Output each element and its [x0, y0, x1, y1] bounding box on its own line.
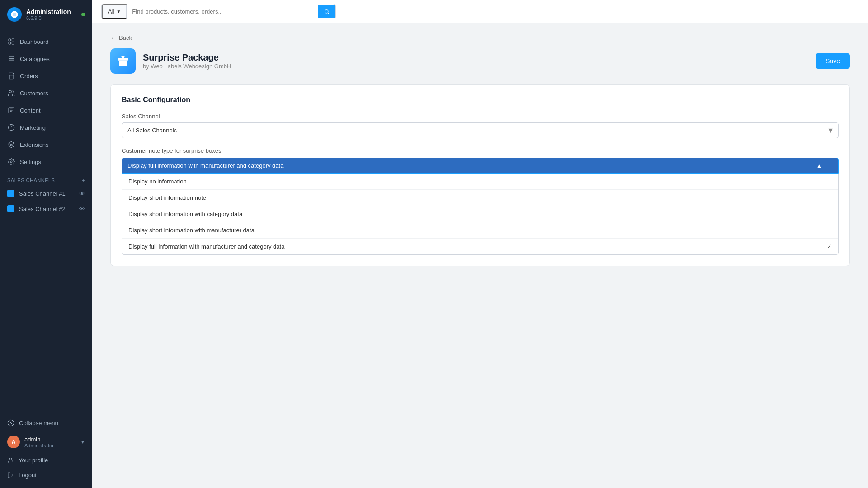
search-button[interactable]: [318, 5, 335, 18]
back-link[interactable]: ← Back: [110, 34, 850, 41]
orders-icon: [7, 72, 15, 80]
svg-point-6: [10, 161, 12, 163]
sidebar-item-label-content: Content: [20, 107, 41, 114]
sidebar-item-dashboard[interactable]: Dashboard: [0, 33, 92, 50]
add-sales-channel-button[interactable]: +: [82, 178, 85, 183]
user-section[interactable]: A admin Administrator ▼: [0, 431, 92, 453]
eye-icon-sc1: 👁: [79, 190, 85, 197]
customer-note-dropdown-menu: Display no information Display short inf…: [122, 174, 839, 255]
dropdown-option-5[interactable]: Display full information with manufactur…: [122, 239, 838, 254]
sales-channel-1-label: Sales Channel #1: [19, 190, 66, 197]
sidebar-item-label-settings: Settings: [20, 159, 41, 165]
sidebar-item-label-customers: Customers: [20, 90, 48, 97]
back-label: Back: [119, 34, 132, 41]
profile-icon: [7, 457, 14, 464]
checkmark-icon: ✓: [827, 243, 832, 250]
filter-chevron-icon: ▼: [116, 9, 121, 14]
surprise-package-icon: [116, 54, 130, 68]
svg-rect-1: [12, 39, 14, 41]
avatar: A: [7, 436, 20, 448]
logout-button[interactable]: Logout: [0, 468, 92, 483]
svg-point-4: [9, 90, 11, 93]
dropdown-option-4[interactable]: Display short information with manufactu…: [122, 222, 838, 239]
user-role: Administrator: [24, 443, 76, 448]
search-input[interactable]: [132, 8, 313, 15]
main-nav: Dashboard Catalogues Orders Customers: [0, 29, 92, 409]
collapse-menu-button[interactable]: Collapse menu: [0, 415, 92, 431]
dashboard-icon: [7, 38, 15, 46]
user-name: admin: [24, 436, 76, 443]
collapse-menu-label: Collapse menu: [19, 420, 58, 427]
sidebar-item-content[interactable]: Content: [0, 102, 92, 119]
sales-channels-section: Sales Channels +: [0, 170, 92, 186]
dropdown-option-1[interactable]: Display no information: [122, 174, 838, 190]
dropdown-option-5-label: Display full information with manufactur…: [128, 243, 284, 250]
content-icon: [7, 106, 15, 114]
dropdown-option-3[interactable]: Display short information with category …: [122, 206, 838, 222]
basic-config-title: Basic Configuration: [122, 96, 839, 104]
content-area: ← Back Surprise Package by Web Labels We…: [92, 23, 868, 488]
plugin-icon: [110, 48, 136, 74]
sales-channel-select-wrap: All Sales Channels ▼: [122, 122, 839, 138]
sales-channel-label: Sales Channel: [122, 113, 839, 120]
filter-label: All: [108, 8, 114, 15]
filter-dropdown-button[interactable]: All ▼: [102, 4, 127, 19]
sidebar-item-sales-channel-1[interactable]: Sales Channel #1 👁: [0, 186, 92, 201]
search-icon: [324, 9, 330, 15]
app-logo: [7, 7, 22, 22]
sidebar-item-label-marketing: Marketing: [20, 124, 46, 131]
customer-note-label: Customer note type for surprise boxes: [122, 147, 839, 154]
chevron-up-icon: ▲: [816, 163, 822, 169]
extensions-icon: [7, 141, 15, 149]
svg-rect-3: [12, 42, 14, 44]
svg-rect-0: [9, 39, 11, 41]
app-title: Administration: [26, 8, 71, 15]
collapse-icon: [7, 419, 14, 427]
sales-channel-2-label: Sales Channel #2: [19, 206, 66, 212]
customer-note-dropdown-trigger[interactable]: Display full information with manufactur…: [122, 158, 839, 174]
dropdown-option-3-label: Display short information with category …: [128, 211, 242, 217]
sidebar-item-extensions[interactable]: Extensions: [0, 136, 92, 153]
app-title-block: Administration 6.6.9.0: [26, 8, 71, 21]
app-version: 6.6.9.0: [26, 15, 71, 21]
plugin-header: Surprise Package by Web Labels Webdesign…: [110, 48, 850, 74]
sidebar-item-label-orders: Orders: [20, 73, 38, 80]
sales-channel-select[interactable]: All Sales Channels: [122, 122, 839, 138]
dropdown-option-2-label: Display short information note: [128, 194, 206, 201]
eye-icon-sc2: 👁: [79, 206, 85, 212]
main-content: All ▼ ← Back Sur: [92, 0, 868, 488]
profile-label: Your profile: [19, 457, 48, 464]
customers-icon: [7, 89, 15, 97]
logout-icon: [7, 472, 14, 479]
sidebar-item-customers[interactable]: Customers: [0, 84, 92, 102]
save-button[interactable]: Save: [816, 53, 850, 69]
search-input-wrap: [127, 5, 318, 18]
plugin-author: by Web Labels Webdesign GmbH: [143, 63, 808, 70]
user-info: admin Administrator: [24, 436, 76, 448]
sidebar-item-label-catalogues: Catalogues: [20, 56, 50, 62]
basic-config-card: Basic Configuration Sales Channel All Sa…: [110, 84, 850, 266]
sidebar-item-marketing[interactable]: Marketing: [0, 119, 92, 136]
plugin-info: Surprise Package by Web Labels Webdesign…: [143, 52, 808, 70]
sidebar: Administration 6.6.9.0 Dashboard Catalog…: [0, 0, 92, 488]
topbar: All ▼: [92, 0, 868, 23]
sidebar-item-catalogues[interactable]: Catalogues: [0, 50, 92, 67]
catalogues-icon: [7, 55, 15, 63]
online-indicator: [81, 13, 85, 16]
settings-icon: [7, 158, 15, 166]
customer-note-section: Customer note type for surprise boxes Di…: [122, 147, 839, 255]
sidebar-item-settings[interactable]: Settings: [0, 153, 92, 170]
sales-channel-form-group: Sales Channel All Sales Channels ▼: [122, 113, 839, 138]
dropdown-option-1-label: Display no information: [128, 178, 187, 185]
search-filter-bar: All ▼: [101, 4, 336, 19]
dropdown-option-2[interactable]: Display short information note: [122, 190, 838, 206]
your-profile-link[interactable]: Your profile: [0, 453, 92, 468]
sales-channel-1-icon: [7, 190, 14, 197]
dropdown-trigger-text: Display full information with manufactur…: [127, 162, 283, 169]
sidebar-bottom: Collapse menu A admin Administrator ▼ Yo…: [0, 409, 92, 488]
back-arrow-icon: ←: [110, 34, 116, 41]
svg-rect-2: [9, 42, 11, 44]
sidebar-item-orders[interactable]: Orders: [0, 67, 92, 84]
sidebar-item-sales-channel-2[interactable]: Sales Channel #2 👁: [0, 201, 92, 216]
sidebar-item-label-extensions: Extensions: [20, 141, 49, 148]
